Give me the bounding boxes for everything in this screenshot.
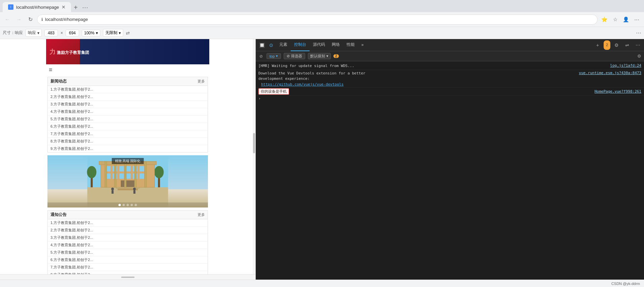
width-input[interactable]	[44, 30, 58, 36]
extensions-icon[interactable]: ⭐	[600, 15, 609, 24]
list-item[interactable]: 4.方子教育集团,初创于2...	[48, 242, 208, 249]
new-tab-button[interactable]: +	[71, 3, 80, 12]
svg-point-29	[111, 188, 114, 190]
log-level-selector[interactable]: 默认级别 ▾	[308, 53, 331, 59]
active-tab[interactable]: l localhost/#/homepage ✕	[3, 2, 71, 12]
limit-dropdown[interactable]: 无限制 ▾	[103, 29, 123, 37]
address-bar[interactable]: ℹ localhost/#/homepage	[37, 14, 598, 25]
device-label: 响应	[28, 30, 36, 36]
building-carousel: 精致 高端 国际化	[47, 155, 208, 208]
svg-point-4	[87, 166, 97, 178]
bookmark-icon[interactable]: ☆	[610, 15, 620, 24]
list-item[interactable]: 8.方子教育集团,初创于2...	[48, 271, 208, 274]
notice-title: 通知公告	[50, 212, 67, 218]
console-filter: ⊘ 筛选器	[284, 53, 305, 59]
vue-devtools-link[interactable]: https://github.com/vuejs/vue-devtools	[261, 82, 344, 87]
menu-icon[interactable]: ⋯	[632, 15, 641, 24]
console-settings-button[interactable]: ⚙	[637, 54, 641, 59]
carousel-dot-2[interactable]	[122, 204, 125, 206]
list-item[interactable]: 7.方子教育集团,初创于2...	[48, 130, 208, 138]
hamburger-icon: ≡	[49, 66, 52, 73]
menu-toggle[interactable]: ≡	[46, 64, 209, 75]
carousel-dot-1[interactable]	[118, 204, 121, 206]
horizontal-scrollbar	[0, 274, 255, 280]
tab-network[interactable]: 网络	[328, 39, 343, 51]
back-button[interactable]: ←	[3, 15, 12, 24]
tab-console[interactable]: 控制台	[291, 39, 310, 51]
list-item[interactable]: 6.方子教育集团,初创于2...	[48, 123, 208, 130]
list-item[interactable]: 3.方子教育集团,初创于2...	[48, 234, 208, 242]
tab-more[interactable]: »	[358, 39, 367, 51]
url-text: localhost/#/homepage	[45, 17, 593, 22]
list-item[interactable]: 2.方子教育集团,初创于2...	[48, 93, 208, 101]
list-item[interactable]: 5.方子教育集团,初创于2...	[48, 249, 208, 256]
frame-chevron: ▾	[276, 54, 278, 58]
notification-badge[interactable]: 2	[604, 40, 610, 50]
add-breakpoint-button[interactable]: +	[593, 40, 602, 50]
tab-performance[interactable]: 性能	[343, 39, 358, 51]
svg-point-31	[133, 188, 136, 190]
forward-button[interactable]: →	[14, 15, 24, 24]
svg-rect-20	[140, 173, 144, 179]
tab-close-button[interactable]: ✕	[62, 4, 66, 10]
tab-menu-button[interactable]: ⋯	[80, 3, 90, 12]
limit-label: 无限制	[105, 30, 117, 36]
scrollbar-track	[253, 39, 255, 274]
list-item[interactable]: 9.方子教育集团,初创于2...	[48, 145, 208, 152]
rotate-icon[interactable]: ⇄	[126, 30, 130, 36]
list-item[interactable]: 5.方子教育集团,初创于2...	[48, 116, 208, 123]
filter-icon: ⊘	[287, 54, 290, 58]
news-title: 新闻动态	[50, 78, 67, 84]
refresh-button[interactable]: ↻	[26, 15, 35, 24]
list-item[interactable]: 8.方子教育集团,初创于2...	[48, 138, 208, 145]
list-item[interactable]: 6.方子教育集团,初创于2...	[48, 256, 208, 264]
carousel-dot-5[interactable]	[135, 204, 137, 206]
tab-sources[interactable]: 源代码	[310, 39, 328, 51]
list-item[interactable]: 1.方子教育集团,初创于2...	[48, 219, 208, 227]
carousel-dot-3[interactable]	[127, 204, 129, 206]
lock-icon: ℹ	[41, 17, 43, 22]
list-item[interactable]: 4.方子教育集团,初创于2...	[48, 108, 208, 116]
tab-elements[interactable]: 元素	[276, 39, 291, 51]
level-chevron: ▾	[326, 54, 328, 58]
svg-rect-30	[112, 190, 114, 194]
zoom-value: 100%	[84, 31, 95, 35]
main-area: 力 激励方子教育集团 ≡ 新闻动态 更多 1.方子教	[0, 39, 644, 280]
console-source-link[interactable]: log.js?1afd:24	[610, 63, 641, 68]
console-source-link[interactable]: vue.runtime.esm.js?430a:8473	[579, 71, 641, 75]
notice-header: 通知公告 更多	[48, 211, 208, 219]
carousel-dot-4[interactable]	[131, 204, 133, 206]
console-expand-arrow[interactable]: ›	[256, 96, 644, 101]
notice-more-link[interactable]: 更多	[198, 212, 205, 217]
list-item[interactable]: 1.方子教育集团,初创于2...	[48, 86, 208, 93]
console-multi-line: Download the Vue Devtools extension for …	[258, 71, 576, 87]
console-source-link[interactable]: HomePage.vue?f998:261	[595, 89, 641, 94]
devtools-right-controls: + 2 ⚙ ⇌ ⋯	[593, 40, 643, 50]
horizontal-scroll-thumb[interactable]	[121, 277, 135, 278]
frame-top-selector[interactable]: top ▾	[266, 53, 281, 59]
webpage-content: 力 激励方子教育集团 ≡ 新闻动态 更多 1.方子教	[0, 39, 255, 274]
devtools-inspect-button[interactable]: 🔲	[257, 40, 266, 50]
building-image: 精致 高端 国际化	[47, 155, 208, 208]
tab-title: localhost/#/homepage	[16, 5, 59, 10]
height-input[interactable]	[66, 30, 79, 36]
zoom-dropdown[interactable]: 100% ▾	[82, 30, 100, 36]
devtools-dock-button[interactable]: ⇌	[622, 40, 632, 50]
list-item[interactable]: 3.方子教育集团,初创于2...	[48, 101, 208, 108]
svg-rect-18	[126, 173, 131, 179]
banner-blue	[80, 39, 209, 64]
devtools-top-row: 🔲 ⊙ 元素 控制台 源代码 网络 性能 » + 2 ⚙ ⇌ ⋯	[256, 39, 644, 51]
profile-icon[interactable]: 👤	[621, 15, 631, 24]
devtools-responsive-button[interactable]: ⊙	[266, 40, 276, 50]
clear-console-button[interactable]: ⊘	[258, 54, 264, 59]
scrollbar-thumb[interactable]	[253, 133, 255, 153]
list-item[interactable]: 7.方子教育集团,初创于2...	[48, 264, 208, 271]
list-item[interactable]: 2.方子教育集团,初创于2...	[48, 227, 208, 234]
banner-logo-text: 力 激励方子教育集团	[49, 48, 89, 56]
devtools-settings-button[interactable]: ⚙	[612, 40, 621, 50]
devtools-menu-button[interactable]: ⋯	[633, 40, 643, 50]
device-dropdown[interactable]: 响应 ▾	[26, 29, 42, 37]
news-more-link[interactable]: 更多	[198, 79, 205, 84]
console-message-text: [HMR] Waiting for update signal from WDS…	[258, 63, 610, 69]
more-options-icon[interactable]: ⋯	[636, 30, 641, 36]
